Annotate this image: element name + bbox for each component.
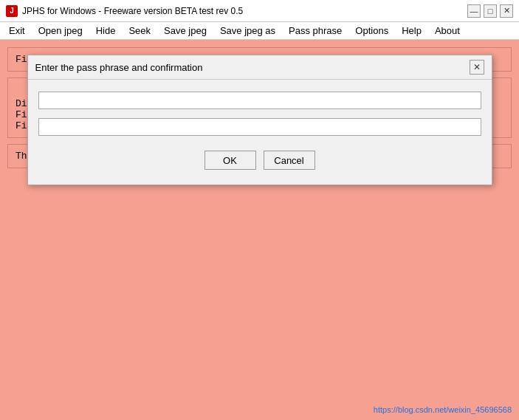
app-icon: J xyxy=(6,5,18,17)
maximize-button[interactable]: □ xyxy=(484,4,497,18)
passphrase-confirm-input[interactable] xyxy=(38,118,481,136)
dialog-title: Enter the pass phrase and confirmation xyxy=(35,62,203,73)
menu-exit[interactable]: Exit xyxy=(3,24,31,38)
menu-options[interactable]: Options xyxy=(349,24,394,38)
menu-open-jpeg[interactable]: Open jpeg xyxy=(32,24,89,38)
dialog-overlay: Enter the pass phrase and confirmation ✕… xyxy=(0,40,519,420)
menu-save-jpeg[interactable]: Save jpeg xyxy=(158,24,213,38)
dialog-buttons: OK Cancel xyxy=(38,151,481,170)
title-bar: J JPHS for Windows - Freeware version BE… xyxy=(0,0,519,22)
close-window-button[interactable]: ✕ xyxy=(500,4,513,18)
menu-about[interactable]: About xyxy=(429,24,466,38)
dialog-close-button[interactable]: ✕ xyxy=(470,60,484,75)
menu-hide[interactable]: Hide xyxy=(90,24,122,38)
passphrase-input[interactable] xyxy=(38,92,481,109)
main-content: Filesize Kb Saved jpeg Directory Filenam… xyxy=(0,40,519,420)
dialog-body: OK Cancel xyxy=(28,80,492,185)
menu-bar: Exit Open jpeg Hide Seek Save jpeg Save … xyxy=(0,22,519,40)
menu-save-jpeg-as[interactable]: Save jpeg as xyxy=(214,24,281,38)
passphrase-dialog: Enter the pass phrase and confirmation ✕… xyxy=(27,55,492,185)
ok-button[interactable]: OK xyxy=(204,151,256,170)
menu-help[interactable]: Help xyxy=(396,24,427,38)
minimize-button[interactable]: — xyxy=(467,4,481,18)
cancel-button[interactable]: Cancel xyxy=(264,151,315,170)
menu-seek[interactable]: Seek xyxy=(123,24,157,38)
window-controls: — □ ✕ xyxy=(467,4,513,18)
menu-pass-phrase[interactable]: Pass phrase xyxy=(283,24,348,38)
window-title: JPHS for Windows - Freeware version BETA… xyxy=(22,6,243,16)
dialog-titlebar: Enter the pass phrase and confirmation ✕ xyxy=(28,55,492,80)
